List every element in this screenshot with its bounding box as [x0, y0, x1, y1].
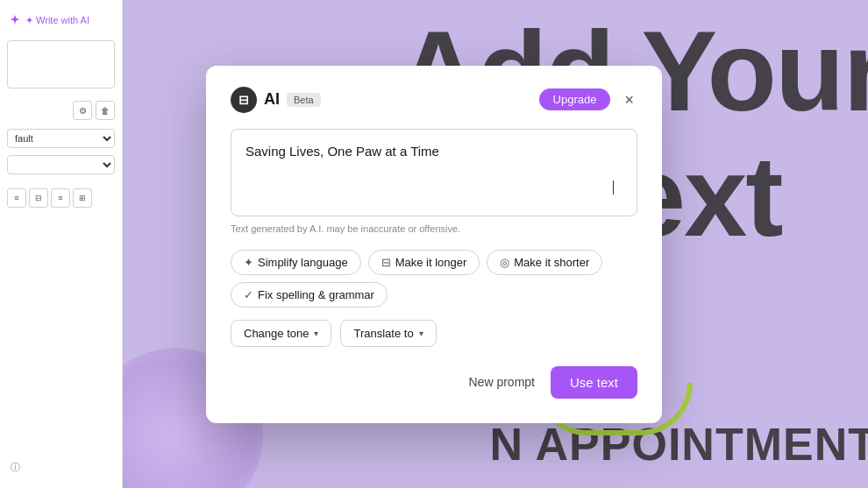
text-cursor [613, 180, 614, 194]
simplify-icon: ✦ [244, 256, 253, 269]
modal-ai-label: AI [264, 90, 280, 109]
modal-logo-area: ⊟ AI Beta [231, 87, 321, 113]
shorter-icon: ◎ [500, 256, 509, 269]
close-button[interactable]: × [621, 90, 637, 110]
spelling-label: Fix spelling & grammar [258, 288, 374, 301]
change-tone-button[interactable]: Change tone ▾ [231, 320, 331, 347]
simplify-label: Simplify language [258, 256, 348, 269]
dropdown-buttons-row: Change tone ▾ Translate to ▾ [231, 320, 637, 347]
make-longer-button[interactable]: ⊟ Make it longer [368, 250, 480, 275]
translate-to-label: Translate to [353, 327, 413, 340]
change-tone-chevron: ▾ [314, 329, 318, 338]
longer-icon: ⊟ [381, 256, 391, 269]
modal-text-area[interactable]: Saving Lives, One Paw at a Time [231, 129, 637, 216]
longer-label: Make it longer [395, 256, 467, 269]
modal-footer: New prompt Use text [231, 366, 637, 399]
modal-beta-badge: Beta [287, 93, 321, 107]
modal-header: ⊟ AI Beta Upgrade × [231, 87, 637, 113]
modal-disclaimer: Text generated by A.I. may be inaccurate… [231, 223, 637, 234]
elementor-logo-icon: ⊟ [231, 87, 257, 113]
modal-overlay: ⊟ AI Beta Upgrade × Saving Lives, One Pa… [0, 0, 868, 488]
use-text-button[interactable]: Use text [551, 366, 637, 399]
modal-header-right: Upgrade × [539, 88, 637, 110]
change-tone-label: Change tone [244, 327, 309, 340]
fix-spelling-button[interactable]: ✓ Fix spelling & grammar [231, 282, 388, 308]
make-shorter-button[interactable]: ◎ Make it shorter [487, 250, 602, 275]
upgrade-button[interactable]: Upgrade [539, 88, 611, 110]
ai-modal-dialog: ⊟ AI Beta Upgrade × Saving Lives, One Pa… [206, 66, 662, 423]
translate-to-button[interactable]: Translate to ▾ [340, 320, 436, 347]
spelling-icon: ✓ [244, 288, 253, 301]
modal-text-content: Saving Lives, One Paw at a Time [245, 142, 623, 203]
new-prompt-button[interactable]: New prompt [466, 368, 538, 396]
shorter-label: Make it shorter [514, 256, 589, 269]
translate-chevron: ▾ [419, 329, 423, 338]
action-buttons-row: ✦ Simplify language ⊟ Make it longer ◎ M… [231, 250, 637, 308]
simplify-language-button[interactable]: ✦ Simplify language [231, 250, 361, 275]
